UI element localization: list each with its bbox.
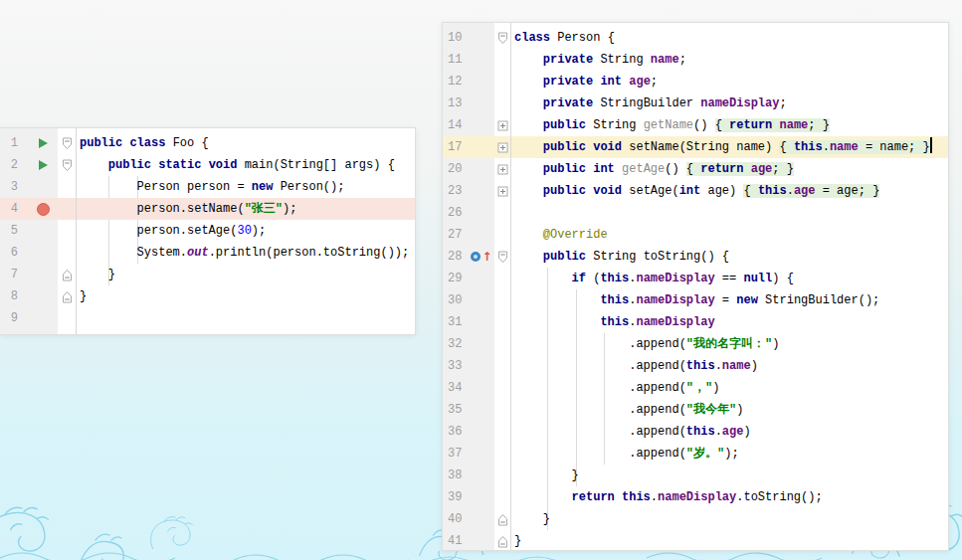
code-text[interactable]: .append("岁。"); [510,443,948,465]
code-text[interactable]: person.setAge(30); [76,220,415,242]
code-line[interactable]: 20 public int getAge() { return age; } [443,158,948,180]
fold-cell[interactable] [58,159,76,172]
line-number[interactable]: 23 [443,180,469,202]
code-line[interactable]: 41} [443,530,948,551]
gutter-icon-cell[interactable] [28,203,58,216]
code-text[interactable]: .append("我的名字叫：") [510,333,948,355]
code-line[interactable]: 26 [443,202,948,224]
code-text[interactable]: } [76,285,415,307]
code-text[interactable]: class Person { [510,27,948,49]
line-number[interactable]: 2 [0,154,28,176]
code-text[interactable]: private int age; [510,71,948,93]
line-number[interactable]: 40 [443,508,469,530]
line-number[interactable]: 4 [0,198,28,220]
fold-cell[interactable] [494,142,510,153]
code-line[interactable]: 10class Person { [443,27,948,49]
line-number[interactable]: 28 [443,246,469,268]
fold-start-icon[interactable] [62,159,73,172]
fold-cell[interactable] [494,164,510,175]
line-number[interactable]: 6 [0,242,28,264]
code-line[interactable]: 37 .append("岁。"); [443,443,948,465]
code-line[interactable]: 38 } [443,465,948,486]
code-text[interactable]: .append(this.age) [510,421,948,443]
line-number[interactable]: 34 [443,377,469,399]
line-number[interactable]: 35 [443,399,469,421]
fold-end-icon[interactable] [62,269,73,281]
code-text[interactable]: @Override [510,224,948,246]
line-number[interactable]: 29 [443,268,469,289]
code-line[interactable]: 28↑ public String toString() { [443,246,948,268]
line-number[interactable]: 26 [443,202,469,224]
fold-cell[interactable] [58,269,76,281]
code-line[interactable]: 17 public void setName(String name) { th… [443,136,948,158]
fold-cell[interactable] [58,137,76,150]
fold-end-icon[interactable] [497,535,508,548]
fold-start-icon[interactable] [497,251,508,264]
code-line[interactable]: 40 } [443,508,948,530]
code-text[interactable]: } [76,264,415,285]
line-number[interactable]: 5 [0,220,28,242]
code-text[interactable]: public class Foo { [76,132,415,154]
fold-collapsed-icon[interactable] [497,142,508,153]
code-line[interactable]: 6 System.out.println(person.toString()); [0,242,415,264]
code-text[interactable]: person.setName("张三"); [76,198,415,220]
fold-cell[interactable] [494,513,510,526]
code-line[interactable]: 23 public void setAge(int age) { this.ag… [443,180,948,202]
code-line[interactable]: 8} [0,285,415,307]
line-number[interactable]: 11 [443,49,469,71]
line-number[interactable]: 38 [443,465,469,486]
line-number[interactable]: 31 [443,311,469,333]
fold-collapsed-icon[interactable] [497,120,508,131]
line-number[interactable]: 37 [443,443,469,465]
run-icon[interactable] [39,160,48,170]
code-line[interactable]: 29 if (this.nameDisplay == null) { [443,268,948,289]
line-number[interactable]: 3 [0,176,28,198]
line-number[interactable]: 20 [443,158,469,180]
line-number[interactable]: 13 [443,93,469,114]
code-text[interactable]: this.nameDisplay [510,311,948,333]
code-text[interactable]: this.nameDisplay = new StringBuilder(); [510,289,948,311]
fold-cell[interactable] [58,290,76,303]
line-number[interactable]: 32 [443,333,469,355]
right-code-editor[interactable]: 10class Person {11 private String name;1… [442,22,949,551]
code-line[interactable]: 36 .append(this.age) [443,421,948,443]
code-line[interactable]: 2 public static void main(String[] args)… [0,154,415,176]
code-text[interactable]: .append(this.name) [510,355,948,377]
code-text[interactable]: public int getAge() { return age; } [510,158,948,180]
fold-cell[interactable] [494,32,510,45]
fold-end-icon[interactable] [62,290,73,303]
code-line[interactable]: 32 .append("我的名字叫：") [443,333,948,355]
line-number[interactable]: 17 [443,136,469,158]
fold-cell[interactable] [494,535,510,548]
run-icon[interactable] [39,138,48,148]
fold-end-icon[interactable] [497,513,508,526]
gutter-icon-cell[interactable] [28,160,58,170]
code-line[interactable]: 3 Person person = new Person(); [0,176,415,198]
line-number[interactable]: 27 [443,224,469,246]
fold-collapsed-icon[interactable] [497,186,508,197]
line-number[interactable]: 14 [443,114,469,136]
code-text[interactable]: private String name; [510,49,948,71]
line-number[interactable]: 10 [443,27,469,49]
line-number[interactable]: 9 [0,307,28,329]
code-text[interactable]: public void setName(String name) { this.… [510,136,948,158]
code-line[interactable]: 35 .append("我今年") [443,399,948,421]
code-line[interactable]: 9 [0,307,415,329]
line-number[interactable]: 30 [443,289,469,311]
code-line[interactable]: 27 @Override [443,224,948,246]
line-number[interactable]: 1 [0,132,28,154]
code-line[interactable]: 1public class Foo { [0,132,415,154]
code-line[interactable]: 7 } [0,264,415,285]
line-number[interactable]: 36 [443,421,469,443]
line-number[interactable]: 7 [0,264,28,285]
code-text[interactable]: } [510,508,948,530]
code-line[interactable]: 11 private String name; [443,49,948,71]
code-text[interactable]: } [510,530,948,551]
gutter-icon-cell[interactable]: ↑ [469,252,494,262]
code-text[interactable]: private StringBuilder nameDisplay; [510,93,948,114]
code-line[interactable]: 14 public String getName() { return name… [443,114,948,136]
code-text[interactable]: Person person = new Person(); [76,176,415,198]
code-line[interactable]: 13 private StringBuilder nameDisplay; [443,93,948,114]
line-number[interactable]: 41 [443,530,469,551]
code-line[interactable]: 31 this.nameDisplay [443,311,948,333]
